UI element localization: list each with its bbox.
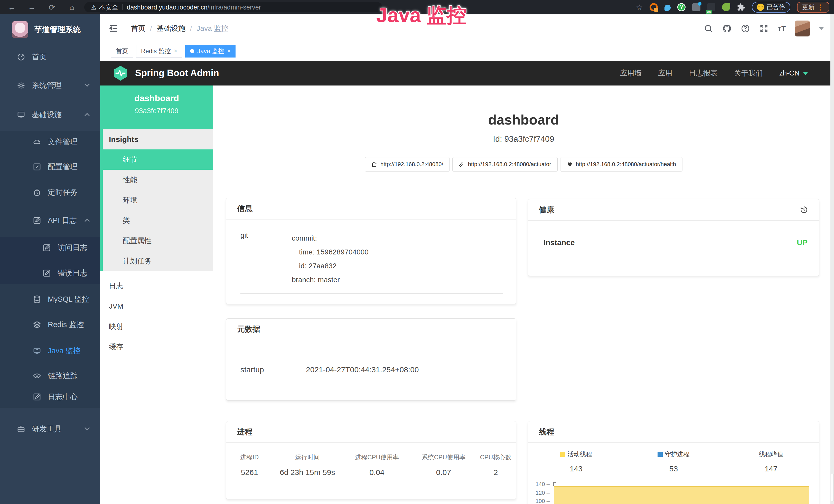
card-health: 健康 Instance UP bbox=[528, 199, 819, 276]
sba-item-metrics[interactable]: 性能 bbox=[103, 170, 213, 190]
sba-nav-wallboard[interactable]: 应用墙 bbox=[620, 68, 642, 78]
card-process-title: 进程 bbox=[226, 421, 516, 443]
profile-paused-chip[interactable]: 已暂停 bbox=[752, 2, 790, 13]
threads-area-chart bbox=[554, 484, 809, 504]
tab-redis-monitor[interactable]: Redis 监控 bbox=[136, 45, 182, 58]
breadcrumb: 首页 / 基础设施 / Java 监控 bbox=[131, 24, 228, 33]
home-icon[interactable]: ⌂ bbox=[67, 3, 77, 12]
gear-icon bbox=[17, 82, 25, 90]
sidebar-item-log-center[interactable]: 日志中心 bbox=[0, 386, 100, 408]
card-metadata: 元数据 startup 2021-04-27T00:44:31.254+08:0… bbox=[226, 318, 516, 400]
sidebar-item-access-logs[interactable]: 访问日志 bbox=[0, 237, 100, 258]
card-threads: 线程 活动线程 守护进程 线程峰值 143 53 147 140 bbox=[528, 421, 819, 504]
sba-item-mappings[interactable]: 映射 bbox=[100, 316, 213, 337]
search-icon[interactable] bbox=[704, 24, 713, 33]
sba-item-details[interactable]: 细节 bbox=[100, 150, 213, 170]
sidebar-item-config-mgmt[interactable]: 配置管理 bbox=[0, 156, 100, 178]
sba-nav-journal[interactable]: 日志报表 bbox=[689, 68, 718, 78]
sidebar-item-error-logs[interactable]: 错误日志 bbox=[0, 262, 100, 284]
url-path: /infra/admin-server bbox=[207, 4, 261, 11]
avatar-caret-icon[interactable] bbox=[819, 27, 824, 30]
app-logo-row[interactable]: 芋道管理系统 bbox=[0, 19, 100, 40]
url-bar[interactable]: 不安全 dashboard.yudao.iocoder.cn /infra/ad… bbox=[84, 2, 382, 12]
y-tick-140: 140 bbox=[534, 481, 550, 487]
instance-header[interactable]: dashboard 93a3fc7f7409 bbox=[100, 86, 213, 129]
database-icon bbox=[33, 295, 41, 303]
url-host: dashboard.yudao.iocoder.cn bbox=[127, 4, 207, 11]
insights-section: Insights 细节 性能 环境 类 配置属性 计划任务 bbox=[100, 129, 213, 271]
breadcrumb-home[interactable]: 首页 bbox=[131, 24, 146, 33]
scrollbar-thumb[interactable] bbox=[831, 474, 834, 501]
endpoint-home-button[interactable]: http://192.168.0.2:48080/ bbox=[365, 157, 450, 171]
sba-nav-about[interactable]: 关于我们 bbox=[734, 68, 763, 78]
font-size-icon[interactable]: ᴛT bbox=[778, 24, 786, 32]
avatar[interactable] bbox=[795, 21, 810, 37]
sidebar-item-mysql-monitor[interactable]: MySQL 监控 bbox=[0, 289, 100, 310]
history-icon[interactable] bbox=[799, 205, 808, 214]
extension-pin-icon[interactable] bbox=[664, 5, 671, 11]
sba-nav: 应用墙 应用 日志报表 关于我们 zh-CN bbox=[620, 68, 808, 78]
extensions-puzzle-icon[interactable] bbox=[737, 3, 745, 11]
reload-icon[interactable]: ⟳ bbox=[47, 3, 57, 12]
extension-leaf-icon[interactable] bbox=[722, 3, 730, 11]
hamburger-icon[interactable] bbox=[108, 23, 119, 32]
scrollbar-track[interactable] bbox=[830, 15, 834, 504]
browser-menu-icon[interactable] bbox=[817, 3, 824, 12]
endpoint-actuator-button[interactable]: http://192.168.0.2:48080/actuator bbox=[452, 157, 557, 171]
sba-item-jvm[interactable]: JVM bbox=[100, 296, 213, 316]
sidebar-item-redis-monitor[interactable]: Redis 监控 bbox=[0, 314, 100, 336]
not-secure-label: 不安全 bbox=[99, 3, 118, 12]
instance-name: dashboard bbox=[100, 93, 213, 103]
github-icon[interactable] bbox=[722, 24, 731, 33]
close-icon[interactable] bbox=[174, 48, 177, 54]
locale-selector[interactable]: zh-CN bbox=[779, 69, 808, 77]
sidebar-item-home[interactable]: 首页 bbox=[0, 46, 100, 68]
sidebar-item-dev-tools[interactable]: 研发工具 bbox=[0, 418, 100, 440]
sba-content: dashboard Id: 93a3fc7f7409 http://192.16… bbox=[213, 86, 834, 504]
not-secure-warning-icon bbox=[91, 4, 99, 11]
sba-item-logs[interactable]: 日志 bbox=[100, 276, 213, 296]
update-button[interactable]: 更新 bbox=[797, 2, 829, 13]
health-instance-row: Instance UP bbox=[544, 238, 808, 256]
forward-icon[interactable]: → bbox=[27, 3, 37, 12]
sidebar-item-java-monitor[interactable]: Java 监控 bbox=[0, 340, 100, 362]
sidebar-item-system-mgmt[interactable]: 系统管理 bbox=[0, 75, 100, 96]
sba-brand-title[interactable]: Spring Boot Admin bbox=[135, 68, 219, 78]
extension-green-y-icon[interactable] bbox=[677, 3, 685, 11]
endpoint-health-button[interactable]: http://192.168.0.2:48080/actuator/health bbox=[560, 157, 682, 171]
legend-live-threads: 活动线程 bbox=[528, 450, 624, 458]
url-divider bbox=[123, 4, 123, 10]
sba-item-environment[interactable]: 环境 bbox=[103, 190, 213, 210]
sidebar-item-tracing[interactable]: 链路追踪 bbox=[0, 365, 100, 387]
extension-on-badge-icon[interactable] bbox=[707, 3, 715, 11]
sidebar-item-api-logs[interactable]: API 日志 bbox=[0, 210, 100, 231]
back-icon[interactable]: ← bbox=[7, 3, 17, 12]
health-instance-label: Instance bbox=[544, 238, 575, 247]
live-threads-value: 143 bbox=[528, 464, 624, 473]
fullscreen-icon[interactable] bbox=[759, 24, 768, 33]
sidebar-item-file-mgmt[interactable]: 文件管理 bbox=[0, 131, 100, 153]
sba-item-classes[interactable]: 类 bbox=[103, 210, 213, 231]
close-icon[interactable] bbox=[227, 48, 231, 54]
daemon-threads-value: 53 bbox=[624, 464, 723, 473]
page-instance-id: Id: 93a3fc7f7409 bbox=[213, 134, 834, 144]
help-icon[interactable] bbox=[741, 24, 750, 33]
system-cpu: 0.07 bbox=[412, 468, 476, 477]
bookmark-star-icon[interactable] bbox=[636, 3, 643, 12]
extension-grid-icon[interactable] bbox=[692, 3, 700, 11]
chevron-down-icon bbox=[85, 425, 90, 430]
sba-item-caches[interactable]: 缓存 bbox=[100, 337, 213, 357]
sba-nav-applications[interactable]: 应用 bbox=[658, 68, 673, 78]
breadcrumb-infrastructure[interactable]: 基础设施 bbox=[157, 24, 185, 33]
sidebar-item-infrastructure[interactable]: 基础设施 bbox=[0, 104, 100, 125]
sidebar-item-scheduled-jobs[interactable]: 定时任务 bbox=[0, 182, 100, 203]
sba-item-scheduled-tasks[interactable]: 计划任务 bbox=[103, 251, 213, 271]
tab-java-monitor[interactable]: Java 监控 bbox=[185, 45, 236, 58]
info-git-row: git commit: time: 1596289704000 id: 27aa… bbox=[240, 231, 503, 294]
edit-icon bbox=[33, 163, 41, 171]
tab-home[interactable]: 首页 bbox=[111, 45, 133, 58]
extension-orange-icon[interactable] bbox=[650, 3, 658, 11]
breadcrumb-current: Java 监控 bbox=[197, 24, 228, 33]
sba-item-config-props[interactable]: 配置属性 bbox=[103, 231, 213, 251]
status-badge: UP bbox=[797, 238, 808, 247]
